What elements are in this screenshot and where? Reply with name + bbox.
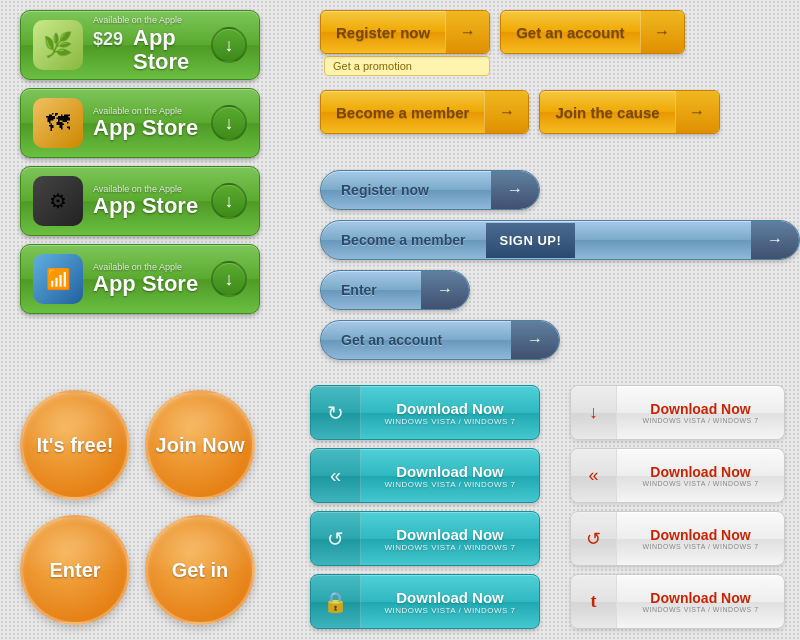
white-download-section: ↓ Download Now Windows Vista / Windows 7… [570,385,785,629]
get-in-label: Get in [172,558,229,582]
app-label-2: App Store [93,116,201,140]
blue-member-button[interactable]: Become a member SIGN UP! [320,220,800,260]
orange-row1: Register now → Get a promotion Get an ac… [320,10,685,76]
blue-pills-section: Register now Become a member SIGN UP! En… [320,170,800,360]
blue-register-button[interactable]: Register now [320,170,540,210]
appstore-btn-2[interactable]: 🗺 Available on the Apple App Store [20,88,260,158]
teal-dl-text-2: Download Now Windows Vista / Windows 7 [361,463,539,489]
app-icon-2: 🗺 [33,98,83,148]
teal-dl-main-4: Download Now [373,589,527,606]
join-cause-button[interactable]: Join the cause → [539,90,719,134]
enter-label: Enter [49,558,100,582]
appstore-section: 🌿 Available on the Apple $29 App Store 🗺… [20,10,260,314]
teal-dl-icon-4: 🔒 [311,575,361,628]
white-dl-main-1: Download Now [627,401,774,417]
teal-dl-text-4: Download Now Windows Vista / Windows 7 [361,589,539,615]
app-icon-4: 📶 [33,254,83,304]
download-arrow-3 [211,183,247,219]
register-now-label: Register now [321,14,445,51]
blue-register-label: Register now [321,172,449,208]
teal-download-btn-1[interactable]: ↻ Download Now Windows Vista / Windows 7 [310,385,540,440]
white-dl-sub-3: Windows Vista / Windows 7 [627,543,774,550]
become-member-label: Become a member [321,94,484,131]
download-arrow-1 [211,27,247,63]
blue-member-arrow-icon [751,221,799,259]
white-dl-main-3: Download Now [627,527,774,543]
enter-button[interactable]: Enter [20,515,130,625]
teal-dl-main-2: Download Now [373,463,527,480]
white-dl-main-2: Download Now [627,464,774,480]
white-dl-main-4: Download Now [627,590,774,606]
blue-enter-button[interactable]: Enter [320,270,470,310]
white-dl-icon-4: t [571,575,617,628]
white-dl-sub-4: Windows Vista / Windows 7 [627,606,774,613]
appstore-btn-4[interactable]: 📶 Available on the Apple App Store [20,244,260,314]
get-account-button[interactable]: Get an account → [500,10,684,54]
app-text-1: Available on the Apple $29 App Store [93,15,201,74]
teal-dl-text-3: Download Now Windows Vista / Windows 7 [361,526,539,552]
join-cause-label: Join the cause [540,94,674,131]
blue-enter-label: Enter [321,272,397,308]
white-dl-text-4: Download Now Windows Vista / Windows 7 [617,590,784,613]
app-label-3: App Store [93,194,201,218]
become-member-button[interactable]: Become a member → [320,90,529,134]
join-now-label: Join Now [156,433,245,457]
get-promotion-label: Get a promotion [324,56,490,76]
teal-download-btn-2[interactable]: « Download Now Windows Vista / Windows 7 [310,448,540,503]
orange-row2: Become a member → Join the cause → [320,90,720,134]
app-text-4: Available on the Apple App Store [93,262,201,297]
teal-dl-text-1: Download Now Windows Vista / Windows 7 [361,400,539,426]
app-icon-1: 🌿 [33,20,83,70]
teal-download-btn-3[interactable]: ↺ Download Now Windows Vista / Windows 7 [310,511,540,566]
white-dl-text-3: Download Now Windows Vista / Windows 7 [617,527,784,550]
register-now-button[interactable]: Register now → [320,10,490,54]
blue-enter-arrow-icon [421,271,469,309]
white-dl-icon-1: ↓ [571,386,617,439]
white-dl-icon-3: ↺ [571,512,617,565]
become-member-arrow-icon: → [484,91,528,133]
app-icon-3: ⚙ [33,176,83,226]
white-dl-text-1: Download Now Windows Vista / Windows 7 [617,401,784,424]
white-dl-text-2: Download Now Windows Vista / Windows 7 [617,464,784,487]
white-download-btn-1[interactable]: ↓ Download Now Windows Vista / Windows 7 [570,385,785,440]
join-now-button[interactable]: Join Now [145,390,255,500]
join-cause-arrow-icon: → [675,91,719,133]
appstore-btn-3[interactable]: ⚙ Available on the Apple App Store [20,166,260,236]
download-arrow-2 [211,105,247,141]
white-dl-sub-2: Windows Vista / Windows 7 [627,480,774,487]
blue-register-arrow-icon [491,171,539,209]
white-download-btn-3[interactable]: ↺ Download Now Windows Vista / Windows 7 [570,511,785,566]
teal-dl-main-3: Download Now [373,526,527,543]
app-price-1: $29 [93,29,123,50]
white-dl-sub-1: Windows Vista / Windows 7 [627,417,774,424]
white-download-btn-4[interactable]: t Download Now Windows Vista / Windows 7 [570,574,785,629]
app-label-4: App Store [93,272,201,296]
teal-dl-icon-3: ↺ [311,512,361,565]
register-btn-group: Register now → Get a promotion [320,10,490,76]
circles-section: It's free! Join Now Enter Get in [20,390,255,625]
blue-member-label: Become a member [321,222,486,258]
get-in-button[interactable]: Get in [145,515,255,625]
blue-getaccount-button[interactable]: Get an account [320,320,560,360]
teal-dl-icon-1: ↻ [311,386,361,439]
app-label-1: App Store [133,26,201,74]
teal-dl-icon-2: « [311,449,361,502]
teal-download-section: ↻ Download Now Windows Vista / Windows 7… [310,385,540,629]
appstore-btn-1[interactable]: 🌿 Available on the Apple $29 App Store [20,10,260,80]
app-text-3: Available on the Apple App Store [93,184,201,219]
teal-download-btn-4[interactable]: 🔒 Download Now Windows Vista / Windows 7 [310,574,540,629]
teal-dl-main-1: Download Now [373,400,527,417]
its-free-button[interactable]: It's free! [20,390,130,500]
download-arrow-4 [211,261,247,297]
get-account-arrow-icon: → [640,11,684,53]
white-download-btn-2[interactable]: « Download Now Windows Vista / Windows 7 [570,448,785,503]
register-arrow-icon: → [445,11,489,53]
blue-getaccount-arrow-icon [511,321,559,359]
its-free-label: It's free! [36,433,113,457]
blue-getaccount-label: Get an account [321,322,462,358]
teal-dl-sub-4: Windows Vista / Windows 7 [373,606,527,615]
get-account-label: Get an account [501,14,639,51]
app-text-2: Available on the Apple App Store [93,106,201,141]
signup-badge: SIGN UP! [486,223,576,258]
teal-dl-sub-3: Windows Vista / Windows 7 [373,543,527,552]
